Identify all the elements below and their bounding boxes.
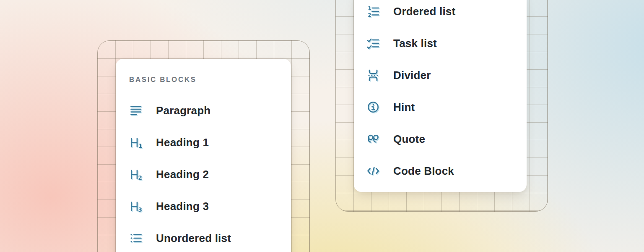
svg-text:1: 1 [138, 142, 142, 149]
menu-item[interactable]: Code Block [354, 155, 527, 187]
basic-blocks-list: Paragraph 1 Heading 1 2 Heading 2 3 Head… [116, 94, 291, 252]
blocks-list-continued: 1 2 Ordered list Task list Divider Hint [354, 0, 527, 187]
menu-item[interactable]: Quote [354, 123, 527, 155]
menu-item[interactable]: 1 Heading 1 [116, 126, 291, 158]
menu-item[interactable]: Paragraph [116, 94, 291, 126]
code-block-icon [366, 164, 380, 178]
basic-blocks-menu: BASIC BLOCKS Paragraph 1 Heading 1 2 Hea… [116, 59, 291, 252]
heading-1-icon: 1 [129, 136, 143, 149]
svg-text:2: 2 [368, 12, 371, 18]
paragraph-icon [129, 104, 143, 117]
menu-item[interactable]: Hint [354, 91, 527, 123]
menu-item[interactable]: Task list [354, 27, 527, 59]
menu-item[interactable]: 3 Heading 3 [116, 190, 291, 222]
svg-text:3: 3 [138, 206, 142, 213]
divider-icon [366, 68, 380, 82]
blocks-menu-continued: 1 2 Ordered list Task list Divider Hint [354, 0, 527, 192]
svg-text:2: 2 [138, 174, 142, 181]
task-list-icon [366, 37, 380, 50]
svg-text:1: 1 [368, 5, 371, 11]
menu-item[interactable]: Divider [354, 59, 527, 91]
menu-item[interactable]: 2 Heading 2 [116, 158, 291, 190]
menu-item[interactable]: Unordered list [116, 222, 291, 252]
heading-2-icon: 2 [129, 168, 143, 181]
ordered-list-icon: 1 2 [366, 5, 380, 18]
unordered-list-icon [129, 231, 143, 245]
menu-item[interactable]: 1 2 Ordered list [354, 0, 527, 27]
hint-icon [366, 100, 380, 114]
quote-icon [366, 132, 380, 146]
section-label: BASIC BLOCKS [116, 59, 291, 84]
heading-3-icon: 3 [129, 200, 143, 213]
